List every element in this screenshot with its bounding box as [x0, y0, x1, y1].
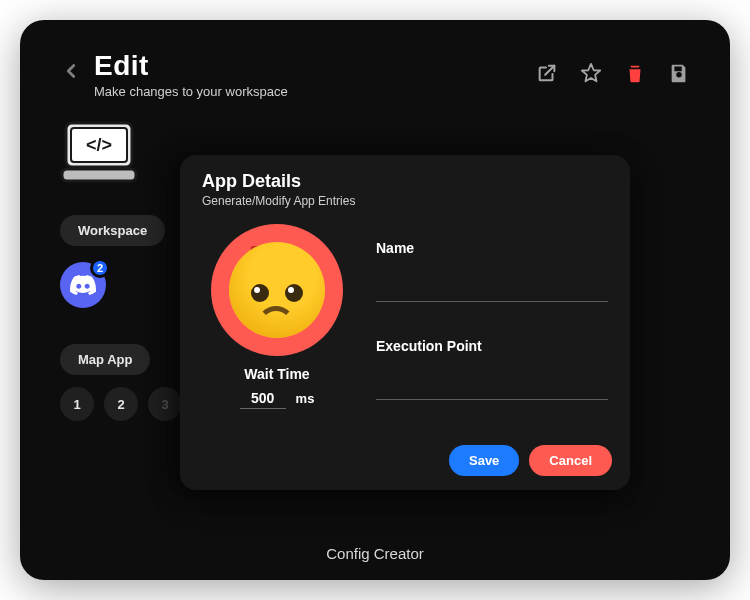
name-label: Name: [376, 240, 608, 256]
svg-text:</>: </>: [86, 135, 112, 155]
execution-point-label: Execution Point: [376, 338, 608, 354]
save-icon[interactable]: [668, 62, 690, 84]
cancel-button[interactable]: Cancel: [529, 445, 612, 476]
discord-app-icon[interactable]: 2: [60, 262, 106, 308]
toolbar: [536, 62, 690, 84]
app-details-modal: App Details Generate/Modify App Entries …: [180, 155, 630, 490]
page-title: Edit: [94, 50, 524, 82]
wait-time-unit: ms: [296, 391, 315, 406]
back-button[interactable]: [60, 60, 82, 88]
name-input[interactable]: [376, 274, 608, 302]
map-slot-3[interactable]: 3: [148, 387, 182, 421]
page-subtitle: Make changes to your workspace: [94, 84, 524, 99]
map-slot-2[interactable]: 2: [104, 387, 138, 421]
workspace-pill[interactable]: Workspace: [60, 215, 165, 246]
modal-title: App Details: [202, 171, 608, 192]
svg-rect-5: [62, 169, 136, 181]
map-app-pill[interactable]: Map App: [60, 344, 150, 375]
star-icon[interactable]: [580, 62, 602, 84]
save-button[interactable]: Save: [449, 445, 519, 476]
discord-badge: 2: [90, 258, 110, 278]
map-app-pill-label: Map App: [78, 352, 132, 367]
modal-subtitle: Generate/Modify App Entries: [202, 194, 608, 208]
confused-face-icon: ?: [211, 224, 343, 356]
wait-time-input[interactable]: [240, 388, 286, 409]
window: Edit Make changes to your workspace </>: [20, 20, 730, 580]
footer-label: Config Creator: [20, 545, 730, 562]
workspace-pill-label: Workspace: [78, 223, 147, 238]
laptop-code-icon: </>: [60, 119, 138, 185]
map-slot-1[interactable]: 1: [60, 387, 94, 421]
wait-time-label: Wait Time: [244, 366, 309, 382]
trash-icon[interactable]: [624, 62, 646, 84]
svg-marker-1: [582, 64, 600, 81]
open-external-icon[interactable]: [536, 62, 558, 84]
execution-point-input[interactable]: [376, 372, 608, 400]
header-row: Edit Make changes to your workspace: [60, 50, 690, 99]
